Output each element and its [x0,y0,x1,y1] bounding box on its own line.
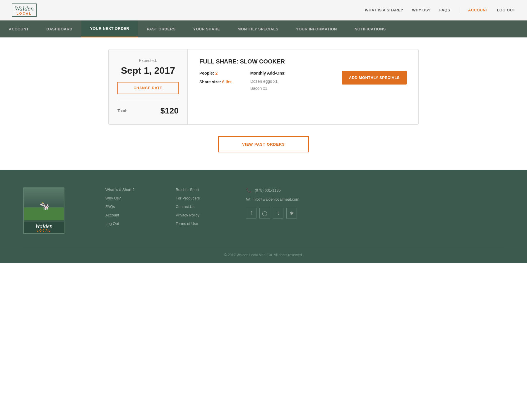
footer-logo-local: LOCAL [26,229,61,232]
footer-email-address: info@waldenlocalmeat.com [253,197,299,202]
yelp-icon: ✱ [290,211,294,216]
order-people-section: People: 2 Share size: 6 lbs. [199,71,233,88]
top-links: WHAT IS A SHARE? WHY US? FAQS Account Lo… [365,7,515,13]
order-total: Total: $120 [117,100,179,116]
footer-col-2: Butcher Shop For Producers Contact Us Pr… [176,187,223,235]
footer: 🐄 Walden LOCAL What is a Share? Why Us? … [0,170,527,263]
logo-box: Walden LOCAL [12,4,37,17]
subnav-your-next-order[interactable]: Your Next Order [81,20,138,37]
view-past-orders-wrapper: VIEW PAST ORDERS [108,136,419,152]
footer-top: 🐄 Walden LOCAL What is a Share? Why Us? … [23,187,504,247]
nav-link-faqs[interactable]: FAQS [439,8,450,12]
people-label: People: [199,71,214,75]
share-size-value: 6 lbs. [222,80,233,84]
nav-account-link[interactable]: Account [468,8,488,12]
twitter-icon: t [278,211,279,216]
nav-link-why-us[interactable]: WHY US? [412,8,430,12]
subnav-notifications[interactable]: Notifications [346,20,395,37]
footer-link-contact-us[interactable]: Contact Us [176,204,223,209]
footer-link-what-is-a-share[interactable]: What is a Share? [105,187,152,192]
subnav-account[interactable]: ACCOUNT [0,20,38,37]
share-title: FULL SHARE: SLOW COOKER [199,58,407,65]
instagram-icon: ◯ [262,211,267,216]
view-past-orders-button[interactable]: VIEW PAST ORDERS [218,136,309,152]
footer-link-terms-of-use[interactable]: Terms of Use [176,221,223,226]
logo-local: LOCAL [15,12,34,15]
total-label: Total: [117,109,127,113]
order-share-size: Share size: 6 lbs. [199,80,233,84]
order-date-panel: Expected: Sept 1, 2017 CHANGE DATE Total… [109,49,188,124]
instagram-button[interactable]: ◯ [259,208,270,218]
footer-link-log-out[interactable]: Log Out [105,221,152,226]
phone-icon: 📞 [246,187,252,193]
nav-logout-link[interactable]: Log Out [497,8,515,12]
footer-link-butcher-shop[interactable]: Butcher Shop [176,187,223,192]
addon-item-1: Bacon x1 [250,86,286,91]
addons-section: Monthly Add-Ons: Dozen eggs x1 Bacon x1 [250,71,286,93]
change-date-button[interactable]: CHANGE DATE [117,82,179,94]
add-monthly-specials-button[interactable]: ADD MONTHLY SPECIALS [342,71,407,85]
footer-phone: 📞 (978) 631-1135 [246,187,299,193]
order-card: Expected: Sept 1, 2017 CHANGE DATE Total… [108,49,419,125]
total-amount: $120 [160,106,179,116]
sub-nav: ACCOUNT Dashboard Your Next Order Past O… [0,20,527,37]
footer-link-why-us[interactable]: Why Us? [105,196,152,200]
footer-logo-image: 🐄 [24,188,64,220]
cow-icon: 🐄 [40,201,50,211]
footer-bottom: © 2017 Walden Local Meat Co. All rights … [23,247,504,263]
copyright-text: © 2017 Walden Local Meat Co. All rights … [224,253,303,257]
logo-area: Walden LOCAL [12,4,37,17]
email-icon: ✉ [246,197,250,202]
footer-link-account[interactable]: Account [105,213,152,217]
people-value: 2 [215,71,218,75]
share-size-label: Share size: [199,80,221,84]
footer-phone-number: (978) 631-1135 [255,188,281,192]
top-nav: Walden LOCAL WHAT IS A SHARE? WHY US? FA… [0,0,527,20]
order-details-panel: FULL SHARE: SLOW COOKER People: 2 Share … [188,49,418,124]
footer-email: ✉ info@waldenlocalmeat.com [246,197,299,202]
addon-item-0: Dozen eggs x1 [250,79,286,84]
footer-logo-area: 🐄 Walden LOCAL [23,187,82,235]
subnav-your-share[interactable]: Your Share [184,20,229,37]
facebook-button[interactable]: f [246,208,256,218]
main-content: Expected: Sept 1, 2017 CHANGE DATE Total… [102,49,425,152]
logo-walden: Walden [15,5,34,12]
subnav-past-orders[interactable]: Past Orders [138,20,184,37]
footer-col-1: What is a Share? Why Us? FAQs Account Lo… [105,187,152,235]
facebook-icon: f [251,211,252,216]
footer-logo-walden: Walden [26,223,61,229]
subnav-your-information[interactable]: Your Information [287,20,346,37]
subnav-monthly-specials[interactable]: Monthly Specials [229,20,287,37]
subnav-dashboard[interactable]: Dashboard [38,20,81,37]
expected-label: Expected: [117,58,179,63]
twitter-button[interactable]: t [273,208,283,218]
add-monthly-section: ADD MONTHLY SPECIALS [303,71,407,85]
nav-divider [459,7,459,13]
footer-link-for-producers[interactable]: For Producers [176,196,223,200]
addons-title: Monthly Add-Ons: [250,71,286,75]
nav-link-what-is-a-share[interactable]: WHAT IS A SHARE? [365,8,403,12]
footer-contact: 📞 (978) 631-1135 ✉ info@waldenlocalmeat.… [246,187,299,235]
footer-social: f ◯ t ✱ [246,208,299,218]
order-people: People: 2 [199,71,233,75]
footer-link-faqs[interactable]: FAQs [105,204,152,209]
order-date: Sept 1, 2017 [117,65,179,76]
footer-link-privacy-policy[interactable]: Privacy Policy [176,213,223,217]
yelp-button[interactable]: ✱ [286,208,297,218]
